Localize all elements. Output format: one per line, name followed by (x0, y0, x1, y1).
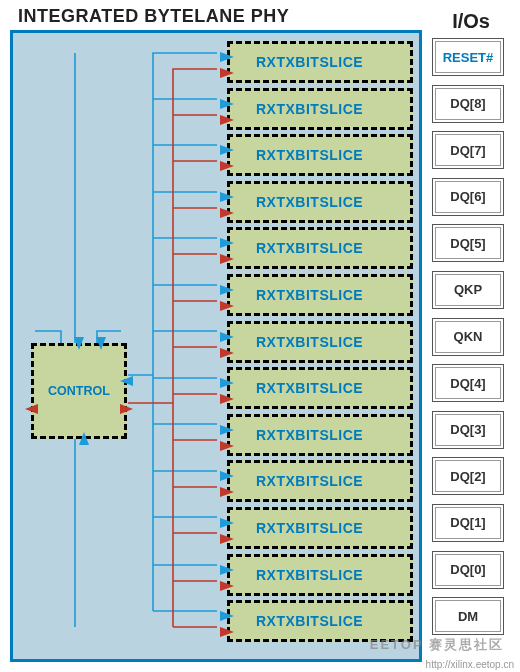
phy-title: INTEGRATED BYTELANE PHY (18, 6, 289, 27)
io-pin: DQ[3] (432, 411, 504, 449)
rx-arrow-icon (220, 52, 234, 62)
bitslice-label: RXTXBITSLICE (256, 473, 363, 489)
tx-arrow-icon (220, 581, 234, 591)
watermark-logo: EETOP 赛灵思社区 (370, 636, 504, 654)
rx-arrow-icon (220, 238, 234, 248)
io-pin: QKN (432, 318, 504, 356)
io-pin: DQ[0] (432, 551, 504, 589)
rx-arrow-icon (220, 145, 234, 155)
tx-arrow-icon (220, 161, 234, 171)
bitslice-label: RXTXBITSLICE (256, 240, 363, 256)
bitslice-block: RXTXBITSLICE (227, 460, 413, 502)
control-port-left-icon (25, 404, 38, 414)
io-pin: QKP (432, 271, 504, 309)
bitslice-label: RXTXBITSLICE (256, 334, 363, 350)
rx-arrow-icon (220, 378, 234, 388)
rx-arrow-icon (220, 192, 234, 202)
bitslice-label: RXTXBITSLICE (256, 287, 363, 303)
tx-arrow-icon (220, 254, 234, 264)
tx-arrow-icon (220, 208, 234, 218)
bitslice-block: RXTXBITSLICE (227, 181, 413, 223)
bitslice-block: RXTXBITSLICE (227, 88, 413, 130)
io-column: RESET#DQ[8]DQ[7]DQ[6]DQ[5]QKPQKNDQ[4]DQ[… (432, 38, 504, 644)
io-pin: DQ[1] (432, 504, 504, 542)
io-pin: RESET# (432, 38, 504, 76)
control-port-top-2-icon (96, 337, 106, 350)
bitslice-label: RXTXBITSLICE (256, 54, 363, 70)
tx-arrow-icon (220, 394, 234, 404)
io-pin: DQ[6] (432, 178, 504, 216)
tx-arrow-icon (220, 68, 234, 78)
bitslice-label: RXTXBITSLICE (256, 427, 363, 443)
io-pin: DQ[2] (432, 457, 504, 495)
tx-arrow-icon (220, 627, 234, 637)
io-pin: DQ[8] (432, 85, 504, 123)
watermark-url: http://xilinx.eetop.cn (426, 659, 514, 670)
bitslice-block: RXTXBITSLICE (227, 274, 413, 316)
io-pin: DQ[7] (432, 131, 504, 169)
bitslice-block: RXTXBITSLICE (227, 507, 413, 549)
bitslice-block: RXTXBITSLICE (227, 134, 413, 176)
bitslice-column: RXTXBITSLICERXTXBITSLICERXTXBITSLICERXTX… (227, 41, 413, 647)
tx-arrow-icon (220, 348, 234, 358)
bitslice-block: RXTXBITSLICE (227, 554, 413, 596)
ios-title: I/Os (452, 10, 490, 33)
control-label: CONTROL (48, 384, 110, 398)
tx-arrow-icon (220, 115, 234, 125)
rx-arrow-icon (220, 565, 234, 575)
bitslice-label: RXTXBITSLICE (256, 194, 363, 210)
control-block: CONTROL (31, 343, 127, 439)
rx-arrow-icon (220, 518, 234, 528)
rx-arrow-icon (220, 471, 234, 481)
tx-arrow-icon (220, 301, 234, 311)
control-port-right-tx-icon (120, 404, 133, 414)
rx-arrow-icon (220, 425, 234, 435)
bitslice-label: RXTXBITSLICE (256, 613, 363, 629)
bitslice-label: RXTXBITSLICE (256, 147, 363, 163)
tx-arrow-icon (220, 487, 234, 497)
control-port-right-rx-icon (120, 376, 133, 386)
rx-arrow-icon (220, 99, 234, 109)
tx-arrow-icon (220, 534, 234, 544)
bitslice-block: RXTXBITSLICE (227, 41, 413, 83)
bitslice-block: RXTXBITSLICE (227, 367, 413, 409)
bitslice-block: RXTXBITSLICE (227, 321, 413, 363)
io-pin: DM (432, 597, 504, 635)
io-pin: DQ[5] (432, 224, 504, 262)
bitslice-label: RXTXBITSLICE (256, 567, 363, 583)
bitslice-block: RXTXBITSLICE (227, 227, 413, 269)
bitslice-label: RXTXBITSLICE (256, 101, 363, 117)
rx-arrow-icon (220, 611, 234, 621)
phy-container: CONTROL RXTXBITSLICERXTXBITSLICERXTXBITS… (10, 30, 422, 662)
tx-arrow-icon (220, 441, 234, 451)
bitslice-block: RXTXBITSLICE (227, 414, 413, 456)
rx-arrow-icon (220, 285, 234, 295)
control-port-top-1-icon (74, 337, 84, 350)
io-pin: DQ[4] (432, 364, 504, 402)
control-port-bottom-icon (79, 432, 89, 445)
bitslice-label: RXTXBITSLICE (256, 380, 363, 396)
rx-arrow-icon (220, 332, 234, 342)
bitslice-label: RXTXBITSLICE (256, 520, 363, 536)
